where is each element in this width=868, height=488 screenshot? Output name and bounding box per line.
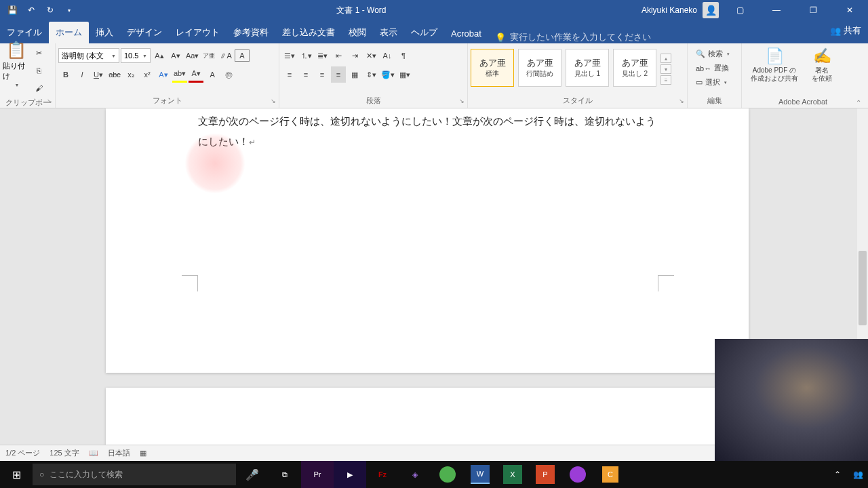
taskbar-app-media-encoder[interactable]: ▶ <box>334 461 366 488</box>
font-color-icon[interactable]: A▾ <box>189 66 203 83</box>
task-view-icon[interactable]: ⧉ <box>269 461 301 488</box>
copy-icon[interactable]: ⎘ <box>31 62 46 79</box>
style-no-spacing[interactable]: あア亜 行間詰め <box>518 49 561 87</box>
style-heading2[interactable]: あア亜 見出し 2 <box>613 49 656 87</box>
taskbar-app-camtasia[interactable]: C <box>594 461 627 488</box>
shrink-font-icon[interactable]: A▾ <box>168 47 183 64</box>
phonetic-guide-icon[interactable]: ア亜 <box>201 47 216 64</box>
undo-icon[interactable]: ↶ <box>23 2 39 18</box>
share-button[interactable]: 👥 共有 <box>830 24 861 37</box>
text-effects-icon[interactable]: A▾ <box>156 66 171 83</box>
justify-icon[interactable]: ≡ <box>331 66 346 83</box>
tab-view[interactable]: 表示 <box>373 22 404 43</box>
align-right-icon[interactable]: ≡ <box>315 66 330 83</box>
create-pdf-button[interactable]: 📄 Adobe PDF の 作成および共有 <box>750 47 799 83</box>
styles-gallery[interactable]: あア亜 標準 あア亜 行間詰め あア亜 見出し 1 あア亜 見出し 2 ▴ <box>471 49 671 89</box>
taskbar-app-opera[interactable] <box>561 461 594 488</box>
tray-people-icon[interactable]: 👥 <box>848 461 868 488</box>
multilevel-list-icon[interactable]: ≣▾ <box>315 47 330 64</box>
change-case-icon[interactable]: Aa▾ <box>184 47 200 64</box>
user-name[interactable]: Akiyuki Kaneko <box>642 5 697 15</box>
tab-acrobat[interactable]: Acrobat <box>444 24 488 43</box>
bold-button[interactable]: B <box>58 66 73 83</box>
shading-icon[interactable]: 🪣▾ <box>380 66 396 83</box>
superscript-button[interactable]: x² <box>140 66 155 83</box>
tab-layout[interactable]: レイアウト <box>169 22 226 43</box>
taskbar-app-chatwork[interactable] <box>431 461 464 488</box>
maximize-button[interactable]: ❐ <box>797 0 829 20</box>
user-avatar-icon[interactable]: 👤 <box>703 2 719 18</box>
tray-expand-icon[interactable]: ⌃ <box>827 461 848 488</box>
ribbon-display-options-icon[interactable]: ▢ <box>724 0 755 20</box>
align-center-icon[interactable]: ≡ <box>298 66 313 83</box>
taskbar-search[interactable]: ○ ここに入力して検索 <box>33 464 236 485</box>
show-marks-icon[interactable]: ¶ <box>396 47 411 64</box>
taskbar-app-powerpoint[interactable]: P <box>529 461 561 488</box>
qat-customize-icon[interactable]: ▾ <box>61 2 77 18</box>
request-signature-button[interactable]: ✍ 署名 を依頼 <box>806 47 838 83</box>
increase-indent-icon[interactable]: ⇥ <box>347 47 362 64</box>
format-painter-icon[interactable]: 🖌 <box>31 80 46 96</box>
clipboard-dialog-launcher[interactable]: ↘ <box>45 97 54 105</box>
spellcheck-icon[interactable]: 📖 <box>89 449 98 458</box>
tab-mailings[interactable]: 差し込み文書 <box>275 22 342 43</box>
styles-expand-icon[interactable]: ≡ <box>660 75 671 85</box>
scroll-up-icon[interactable]: ▴ <box>660 54 671 63</box>
taskbar-app-premiere[interactable]: Pr <box>301 461 334 488</box>
styles-dialog-launcher[interactable]: ↘ <box>677 97 686 105</box>
underline-button[interactable]: U▾ <box>91 66 106 83</box>
language-indicator[interactable]: 日本語 <box>108 448 130 458</box>
taskbar-app-word[interactable]: W <box>464 461 496 488</box>
character-shading-icon[interactable]: A <box>205 66 220 83</box>
close-button[interactable]: ✕ <box>834 0 865 20</box>
collapse-ribbon-icon[interactable]: ⌃ <box>856 99 861 106</box>
borders-icon[interactable]: ▦▾ <box>397 66 412 83</box>
taskbar-app-visual-studio[interactable]: ◈ <box>399 461 431 488</box>
scroll-down-icon[interactable]: ▾ <box>660 64 671 74</box>
paragraph-dialog-launcher[interactable]: ↘ <box>458 97 466 105</box>
style-normal[interactable]: あア亜 標準 <box>471 49 514 87</box>
decrease-indent-icon[interactable]: ⇤ <box>331 47 346 64</box>
font-dialog-launcher[interactable]: ↘ <box>269 97 277 105</box>
paragraph-text[interactable]: 文章が次のページ行く時は、途切れないようにしたい！文章が次のページ行く時は、途切… <box>198 111 663 152</box>
select-button[interactable]: ▭選択▾ <box>694 76 731 89</box>
numbering-icon[interactable]: ⒈▾ <box>298 47 313 64</box>
strikethrough-button[interactable]: abc <box>107 66 122 83</box>
tab-review[interactable]: 校閲 <box>342 22 373 43</box>
mic-icon[interactable]: 🎤 <box>236 461 269 488</box>
styles-scroll[interactable]: ▴ ▾ ≡ <box>660 49 671 89</box>
enclose-characters-icon[interactable]: A <box>235 49 250 62</box>
tab-home[interactable]: ホーム <box>49 22 89 43</box>
word-count[interactable]: 125 文字 <box>50 448 79 458</box>
paste-button[interactable]: 📋 貼り付け ▼ <box>3 45 30 83</box>
italic-button[interactable]: I <box>75 66 90 83</box>
grow-font-icon[interactable]: A▴ <box>152 47 167 64</box>
distributed-icon[interactable]: ▦ <box>347 66 362 83</box>
bullets-icon[interactable]: ☰▾ <box>282 47 297 64</box>
font-size-combo[interactable]: 10.5 ▼ <box>121 48 151 63</box>
style-heading1[interactable]: あア亜 見出し 1 <box>566 49 609 87</box>
asian-layout-icon[interactable]: ✕▾ <box>363 47 378 64</box>
redo-icon[interactable]: ↻ <box>42 2 58 18</box>
highlight-color-icon[interactable]: ab▾ <box>172 66 187 83</box>
subscript-button[interactable]: x₂ <box>123 66 138 83</box>
replace-button[interactable]: ab↔置換 <box>694 62 731 75</box>
page-2[interactable]: 文章が次のページ行く時は、途切れないようにしたい！文章が次のページ行く時は、途切… <box>106 388 749 445</box>
scrollbar-thumb[interactable] <box>859 251 867 325</box>
taskbar-app-filezilla[interactable]: Fz <box>366 461 399 488</box>
save-icon[interactable]: 💾 <box>4 2 20 18</box>
tell-me-search[interactable]: 💡 実行したい作業を入力してください <box>488 31 658 43</box>
line-spacing-icon[interactable]: ⇕▾ <box>363 66 378 83</box>
character-border-icon[interactable]: ㊞ <box>221 66 236 83</box>
page-indicator[interactable]: 1/2 ページ <box>5 448 40 458</box>
minimize-button[interactable]: — <box>761 0 792 20</box>
clear-formatting-icon[interactable]: ⫽A <box>218 47 233 64</box>
macro-icon[interactable]: ▦ <box>140 449 146 458</box>
tab-help[interactable]: ヘルプ <box>404 22 444 43</box>
tab-insert[interactable]: 挿入 <box>89 22 120 43</box>
sort-icon[interactable]: A↓ <box>380 47 395 64</box>
tab-design[interactable]: デザイン <box>120 22 169 43</box>
tab-references[interactable]: 参考資料 <box>226 22 275 43</box>
find-button[interactable]: 🔍検索▾ <box>694 47 731 60</box>
taskbar-app-excel[interactable]: X <box>496 461 529 488</box>
